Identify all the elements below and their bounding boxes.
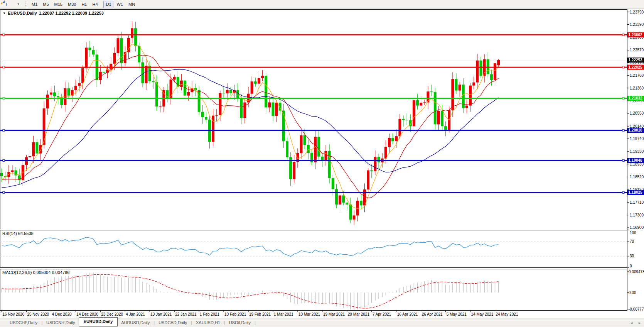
- ohlc-values: 1.22087 1.22292 1.22039 1.22253: [39, 11, 104, 15]
- date-axis[interactable]: 16 Nov 202025 Nov 20204 Dec 202014 Dec 2…: [2, 311, 518, 316]
- tab-usdcnh-daily[interactable]: USDCNH,Daily: [43, 319, 79, 326]
- svg-text:1.22025: 1.22025: [629, 65, 643, 69]
- svg-text:1.19048: 1.19048: [629, 158, 643, 162]
- svg-text:10 Mar 2021: 10 Mar 2021: [298, 312, 320, 316]
- svg-text:-0.007778: -0.007778: [629, 307, 644, 311]
- tab-separator: |: [255, 320, 256, 325]
- svg-text:0.00: 0.00: [629, 291, 636, 295]
- svg-text:1.21360: 1.21360: [630, 86, 644, 90]
- top-toolbar: T ▾ M1 M5 M15 M30 H1 H4 D1 W1 MN: [0, 0, 644, 9]
- tab-usoil-daily[interactable]: USOil,Daily: [226, 319, 254, 326]
- svg-text:10 Feb 2021: 10 Feb 2021: [224, 312, 246, 316]
- price-axis[interactable]: 1.237901.233901.229801.225701.221701.217…: [627, 9, 644, 311]
- svg-text:1.17300: 1.17300: [630, 213, 644, 217]
- svg-text:70: 70: [630, 239, 634, 243]
- svg-text:1.23390: 1.23390: [630, 22, 644, 27]
- rsi-indicator-label: RSI(14) 64.5538: [2, 231, 34, 236]
- scroll-right-icon[interactable]: ►: [638, 321, 641, 325]
- tab-separator: |: [41, 320, 42, 325]
- svg-text:23 Dec 2020: 23 Dec 2020: [101, 312, 123, 316]
- timeframe-button-d1[interactable]: D1: [103, 1, 114, 8]
- timeframe-button-m30[interactable]: M30: [65, 1, 79, 8]
- scroll-left-icon[interactable]: ◄: [630, 321, 633, 325]
- toolbar-grip: [25, 2, 27, 7]
- tab-separator: |: [191, 320, 192, 325]
- svg-text:1.20550: 1.20550: [630, 111, 644, 115]
- tab-usdchf-daily[interactable]: USDCHF,Daily: [6, 319, 41, 326]
- svg-text:19 Mar 2021: 19 Mar 2021: [323, 312, 345, 316]
- timeframe-button-m1[interactable]: M1: [29, 1, 40, 8]
- svg-text:1.19330: 1.19330: [630, 149, 644, 154]
- svg-text:1.17710: 1.17710: [630, 200, 644, 205]
- svg-text:13 Jan 2021: 13 Jan 2021: [150, 312, 172, 316]
- chevron-down-icon: ▾: [17, 3, 19, 6]
- price-chart-canvas[interactable]: 1.237901.233901.229801.225701.221701.217…: [0, 0, 644, 328]
- svg-text:0: 0: [630, 264, 632, 268]
- bottom-tab-bar: USDCHF,Daily | USDCNH,Daily EURUSD,Daily…: [0, 318, 644, 327]
- svg-text:25 Nov 2020: 25 Nov 2020: [27, 312, 49, 316]
- svg-text:1 Feb 2021: 1 Feb 2021: [200, 312, 219, 316]
- macd-indicator-label: MACD(12,26,9) 0.005004 0.004786: [2, 270, 69, 275]
- svg-text:30: 30: [630, 254, 634, 258]
- tab-usdcad-daily[interactable]: USDCAD,Daily: [155, 319, 191, 326]
- svg-text:1.18520: 1.18520: [630, 175, 644, 179]
- svg-text:1.22570: 1.22570: [630, 48, 644, 52]
- chart-title: ▼ EURUSD,Daily 1.22087 1.22292 1.22039 1…: [3, 11, 104, 15]
- svg-text:1 Mar 2021: 1 Mar 2021: [274, 312, 293, 316]
- timeframe-button-h4[interactable]: H4: [89, 1, 100, 8]
- svg-text:5 May 2021: 5 May 2021: [447, 312, 467, 316]
- svg-text:1.16900: 1.16900: [630, 225, 644, 230]
- svg-text:4 Dec 2020: 4 Dec 2020: [52, 312, 72, 316]
- tab-separator: |: [153, 320, 155, 325]
- svg-text:1.20010: 1.20010: [629, 128, 643, 132]
- svg-text:14 May 2021: 14 May 2021: [471, 312, 494, 316]
- tab-audusd-daily[interactable]: AUDUSD,Daily: [118, 319, 153, 326]
- svg-text:1.23062: 1.23062: [629, 33, 643, 37]
- timeframe-button-w1[interactable]: W1: [114, 1, 126, 8]
- svg-text:7 Apr 2021: 7 Apr 2021: [373, 312, 391, 316]
- collapse-triangle-icon: ▼: [3, 12, 6, 15]
- toolbar-separator: [102, 1, 102, 8]
- tab-xauusd-h1[interactable]: XAUUSD,H1: [192, 319, 224, 326]
- svg-text:22 Jan 2021: 22 Jan 2021: [175, 312, 196, 316]
- svg-text:0.009478: 0.009478: [629, 270, 644, 274]
- tab-eurusd-daily[interactable]: EURUSD,Daily: [79, 317, 118, 326]
- chart-style-button[interactable]: ▾: [11, 1, 24, 8]
- svg-text:1.18025: 1.18025: [629, 190, 643, 194]
- timeframe-button-m15[interactable]: M15: [52, 1, 65, 8]
- svg-text:1.19740: 1.19740: [630, 137, 644, 141]
- svg-text:26 Apr 2021: 26 Apr 2021: [422, 312, 443, 316]
- svg-text:1.21760: 1.21760: [630, 73, 644, 78]
- svg-text:1.21032: 1.21032: [629, 96, 643, 100]
- svg-text:29 Mar 2021: 29 Mar 2021: [348, 312, 370, 316]
- svg-text:16 Nov 2020: 16 Nov 2020: [3, 312, 25, 316]
- timeframe-button-m5[interactable]: M5: [40, 1, 51, 8]
- svg-text:1.20140: 1.20140: [630, 124, 644, 128]
- svg-text:14 Dec 2020: 14 Dec 2020: [76, 312, 98, 316]
- timeframe-button-mn[interactable]: MN: [126, 1, 138, 8]
- svg-text:100: 100: [630, 231, 636, 235]
- svg-text:4 Jan 2021: 4 Jan 2021: [126, 312, 145, 316]
- svg-text:19 Feb 2021: 19 Feb 2021: [249, 312, 271, 316]
- svg-text:24 May 2021: 24 May 2021: [496, 312, 518, 316]
- timeframe-button-h1[interactable]: H1: [79, 1, 89, 8]
- symbol-period-label: EURUSD,Daily: [8, 11, 37, 15]
- svg-text:1.22253: 1.22253: [629, 58, 643, 62]
- tab-separator: |: [224, 320, 225, 325]
- svg-text:1.23790: 1.23790: [630, 10, 644, 14]
- svg-text:16 Apr 2021: 16 Apr 2021: [397, 312, 418, 316]
- tab-scroll-arrows: ◄ ►: [630, 321, 641, 325]
